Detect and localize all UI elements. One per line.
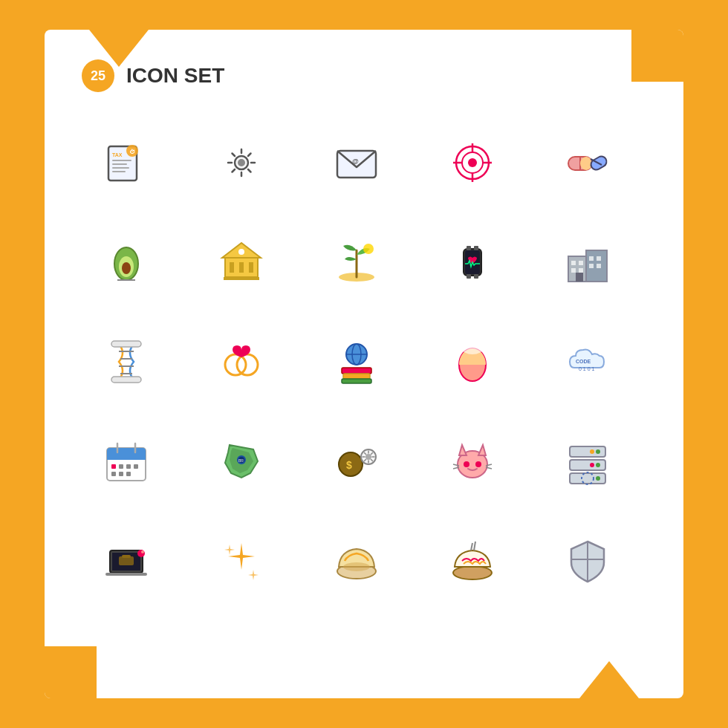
svg-point-61 [225, 354, 246, 375]
icon-tax: TAX ⏱ [82, 122, 171, 204]
svg-rect-4 [112, 167, 129, 169]
svg-point-117 [137, 550, 145, 557]
svg-rect-52 [589, 264, 594, 268]
svg-rect-83 [134, 464, 138, 469]
svg-rect-116 [122, 555, 131, 558]
svg-rect-5 [112, 171, 126, 172]
svg-line-122 [471, 543, 472, 550]
svg-rect-3 [112, 163, 127, 165]
svg-point-121 [453, 566, 492, 579]
svg-rect-48 [571, 268, 576, 273]
svg-point-108 [596, 463, 600, 467]
svg-rect-60 [111, 377, 141, 383]
icon-brazil: BR [197, 420, 286, 502]
svg-point-62 [237, 354, 258, 375]
svg-rect-114 [105, 573, 147, 576]
icon-noodle-bowl [428, 520, 517, 602]
svg-point-120 [343, 562, 370, 571]
svg-rect-30 [230, 262, 234, 273]
icon-books [312, 321, 401, 403]
svg-point-97 [464, 461, 469, 467]
svg-text:TAX: TAX [112, 152, 123, 157]
icon-dna [82, 321, 171, 403]
svg-rect-31 [239, 262, 244, 273]
icon-beach [312, 221, 401, 303]
svg-rect-2 [112, 160, 131, 161]
svg-point-14 [468, 158, 477, 167]
svg-rect-53 [597, 264, 601, 268]
svg-point-34 [238, 249, 244, 255]
svg-rect-86 [126, 472, 131, 476]
icon-pills [543, 122, 632, 204]
svg-point-118 [141, 550, 144, 553]
icon-money-gear: $ [312, 420, 401, 502]
svg-rect-67 [343, 374, 370, 379]
svg-line-123 [474, 542, 475, 550]
svg-point-72 [462, 342, 483, 354]
icons-grid: TAX ⏱ @ [82, 122, 646, 602]
svg-rect-43 [474, 274, 478, 279]
svg-rect-50 [589, 256, 594, 261]
svg-point-107 [590, 449, 594, 454]
svg-rect-77 [107, 454, 146, 460]
svg-rect-68 [342, 379, 371, 383]
icon-settings [197, 122, 286, 204]
icon-avocado [82, 221, 171, 303]
svg-point-98 [475, 461, 481, 467]
svg-rect-41 [474, 246, 478, 250]
svg-rect-49 [579, 268, 583, 273]
icon-email: @ [312, 122, 401, 204]
svg-rect-85 [119, 472, 123, 476]
svg-point-110 [596, 476, 600, 481]
svg-text:CODE: CODE [576, 359, 591, 364]
icon-server [543, 420, 632, 502]
svg-rect-40 [467, 246, 471, 250]
icon-building [543, 221, 632, 303]
svg-rect-80 [111, 464, 116, 469]
icon-rings [197, 321, 286, 403]
icon-bank [197, 221, 286, 303]
icon-target [428, 122, 517, 204]
svg-point-9 [238, 159, 245, 166]
svg-text:@: @ [352, 157, 359, 165]
svg-rect-66 [342, 368, 371, 374]
icon-laptop [82, 520, 171, 602]
svg-rect-54 [576, 273, 583, 282]
icon-egg [428, 321, 517, 403]
svg-rect-59 [111, 341, 141, 347]
svg-rect-47 [579, 261, 583, 265]
icon-sparkles [197, 520, 286, 602]
icon-cloud-code: CODE 0 1 0 1 [543, 321, 632, 403]
svg-rect-84 [111, 472, 116, 476]
icon-cat [428, 420, 517, 502]
svg-text:$: $ [346, 459, 352, 471]
svg-rect-82 [126, 464, 131, 469]
svg-rect-81 [119, 464, 123, 469]
svg-text:0 1 0 1: 0 1 0 1 [579, 366, 595, 371]
svg-point-26 [122, 262, 131, 274]
icon-food-bowl [312, 520, 401, 602]
svg-rect-33 [224, 277, 259, 280]
header: 25 ICON SET [82, 59, 646, 92]
svg-point-106 [596, 449, 600, 454]
svg-point-37 [363, 244, 374, 254]
svg-rect-21 [580, 157, 592, 170]
svg-point-93 [365, 454, 371, 460]
icon-shield [543, 520, 632, 602]
icon-smartwatch [428, 221, 517, 303]
main-card: 25 ICON SET TAX ⏱ [45, 30, 683, 698]
svg-text:⏱: ⏱ [129, 149, 135, 155]
svg-marker-95 [459, 445, 467, 455]
svg-point-109 [590, 463, 594, 467]
svg-rect-32 [249, 262, 253, 273]
svg-rect-42 [467, 274, 471, 279]
svg-marker-96 [478, 445, 486, 455]
page-title: ICON SET [126, 64, 224, 88]
svg-rect-46 [571, 261, 576, 265]
svg-rect-51 [597, 256, 601, 261]
svg-text:BR: BR [238, 458, 244, 463]
icon-calendar [82, 420, 171, 502]
